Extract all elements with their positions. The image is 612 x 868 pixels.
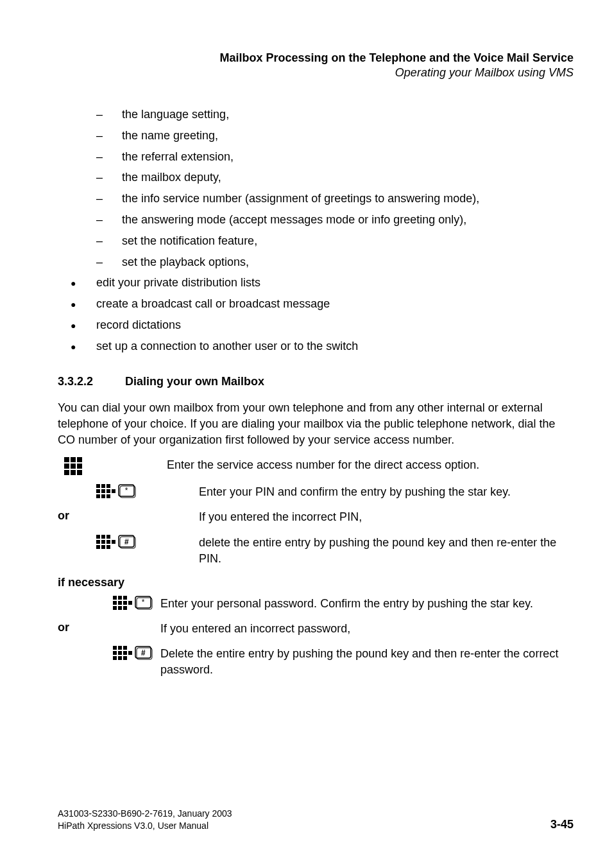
section-heading: 3.3.2.2 Dialing your own Mailbox: [58, 375, 574, 388]
step-text: Enter the service access number for the …: [167, 457, 574, 473]
keypad-icon: [96, 535, 115, 549]
step-row: Enter your personal password. Confirm th…: [58, 596, 574, 612]
page-number: 3-45: [550, 817, 574, 833]
section-number: 3.3.2.2: [58, 375, 122, 388]
step-text: delete the entire entry by pushing the p…: [199, 535, 574, 567]
list-item: –set the notification feature,: [96, 232, 574, 250]
keypad-icon: [64, 457, 82, 475]
list-text: the answering mode (accept messages mode…: [122, 211, 466, 229]
list-text: the mailbox deputy,: [122, 168, 221, 187]
list-item: ●create a broadcast call or broadcast me…: [71, 295, 574, 313]
list-item: –the name greeting,: [96, 126, 574, 145]
list-text: the info service number (assignment of g…: [122, 189, 479, 208]
or-label: or: [58, 509, 69, 523]
star-key-icon: [135, 596, 154, 611]
list-item: –the info service number (assignment of …: [96, 189, 574, 208]
list-item: ●record dictations: [71, 316, 574, 334]
list-item: –the mailbox deputy,: [96, 168, 574, 187]
section-title: Dialing your own Mailbox: [125, 375, 264, 388]
footer-line1: A31003-S2330-B690-2-7619, January 2003: [58, 808, 574, 820]
list-text: the name greeting,: [122, 126, 218, 145]
list-text: record dictations: [96, 316, 181, 334]
or-label: or: [58, 621, 69, 634]
list-text: set up a connection to another user or t…: [96, 337, 358, 356]
list-text: the language setting,: [122, 105, 229, 124]
step-row: delete the entire entry by pushing the p…: [58, 535, 574, 567]
list-item: –the answering mode (accept messages mod…: [96, 211, 574, 229]
step-row: Enter your PIN and confirm the entry by …: [58, 484, 574, 500]
list-text: edit your private distribution lists: [96, 273, 260, 292]
list-text: the referral extension,: [122, 148, 234, 166]
step-text: Enter your personal password. Confirm th…: [160, 596, 574, 612]
list-item: ●edit your private distribution lists: [71, 273, 574, 292]
intro-paragraph: You can dial your own mailbox from your …: [58, 400, 574, 449]
page-header: Mailbox Processing on the Telephone and …: [58, 51, 574, 80]
list-item: –the referral extension,: [96, 148, 574, 166]
step-text: If you entered the incorrect PIN,: [199, 509, 574, 525]
keypad-icon: [113, 646, 132, 660]
step-row: Delete the entire entry by pushing the p…: [58, 646, 574, 678]
if-necessary-label: if necessary: [58, 576, 574, 589]
header-title: Mailbox Processing on the Telephone and …: [58, 51, 574, 65]
header-subtitle: Operating your Mailbox using VMS: [58, 66, 574, 80]
step-text: Delete the entire entry by pushing the p…: [160, 646, 574, 678]
star-key-icon: [118, 484, 137, 499]
pound-key-icon: [118, 535, 137, 550]
keypad-icon: [113, 596, 132, 610]
list-item: –the language setting,: [96, 105, 574, 124]
list-text: set the notification feature,: [122, 232, 257, 250]
step-row: Enter the service access number for the …: [58, 457, 574, 475]
step-row: If you entered the incorrect PIN,: [58, 509, 574, 525]
step-text: Enter your PIN and confirm the entry by …: [199, 484, 574, 500]
step-text: If you entered an incorrect password,: [160, 621, 574, 637]
page-footer: A31003-S2330-B690-2-7619, January 2003 H…: [58, 808, 574, 833]
list-item: –set the playback options,: [96, 253, 574, 272]
list-text: set the playback options,: [122, 253, 249, 272]
keypad-icon: [96, 484, 115, 498]
footer-line2: HiPath Xpressions V3.0, User Manual: [58, 820, 574, 833]
list-item: ●set up a connection to another user or …: [71, 337, 574, 356]
pound-key-icon: [135, 646, 154, 661]
step-row: If you entered an incorrect password,: [58, 621, 574, 637]
list-text: create a broadcast call or broadcast mes…: [96, 295, 330, 313]
